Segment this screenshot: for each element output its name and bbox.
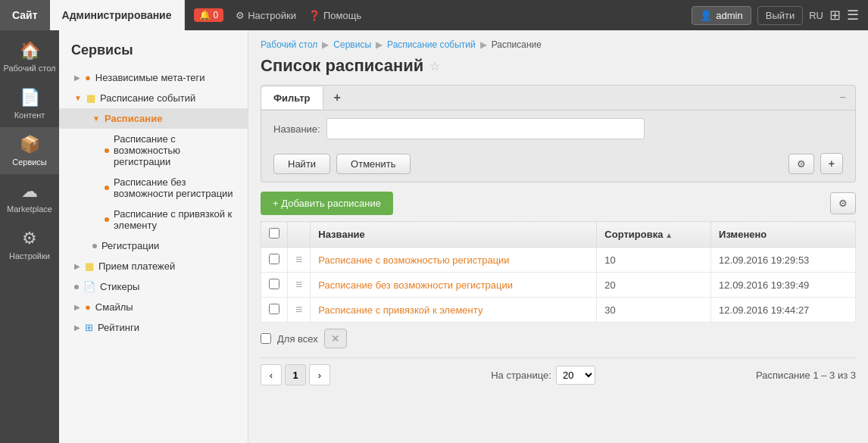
drag-handle-icon[interactable]: ≡: [295, 253, 302, 266]
filter-actions: Найти Отменить ⚙ +: [261, 147, 855, 182]
row-name-cell[interactable]: Расписание с возможностью регистрации: [311, 248, 597, 273]
filter-collapse-button[interactable]: −: [830, 86, 855, 110]
table-toolbar: + Добавить расписание ⚙: [261, 192, 856, 215]
breadcrumb-sep-1: ▶: [322, 39, 329, 50]
row-checkbox[interactable]: [269, 279, 279, 289]
nav-label-content: Контент: [14, 111, 45, 120]
sidebar-item-schedule[interactable]: ▼ Расписание: [59, 108, 248, 129]
sidebar-item-dashboard[interactable]: 🏠 Рабочий стол: [0, 33, 59, 80]
sidebar-item-marketplace[interactable]: ☁ Marketplace: [0, 174, 59, 221]
sidebar-item-schedule-elem[interactable]: Расписание с привязкой к элементу: [59, 204, 248, 236]
sidebar-item-event-schedule[interactable]: ▼ ▦ Расписание событий: [59, 88, 248, 108]
gear-icon: ⚙: [236, 10, 245, 21]
filter-find-button[interactable]: Найти: [273, 154, 330, 174]
table-bottom: Для всех ✕: [261, 323, 856, 354]
ratings-icon: ⊞: [85, 322, 93, 333]
row-name-cell[interactable]: Расписание без возможности регистрации: [311, 273, 597, 298]
schedule-noreg-label: Расписание без возможности регистрации: [114, 176, 236, 199]
language-selector[interactable]: RU: [809, 10, 823, 21]
drag-handle-icon[interactable]: ≡: [295, 278, 302, 291]
breadcrumb-services[interactable]: Сервисы: [333, 39, 371, 50]
meta-icon: ●: [85, 72, 91, 83]
smileys-label: Смайлы: [95, 301, 133, 313]
select-all-checkbox[interactable]: [269, 228, 279, 239]
pagination-next-button[interactable]: ›: [309, 364, 330, 385]
filter-tab[interactable]: Фильтр: [261, 87, 323, 109]
admin-tab[interactable]: Администрирование: [50, 0, 185, 30]
sidebar-item-payments[interactable]: ▶ ▦ Прием платежей: [59, 256, 248, 276]
schedule-elem-label: Расписание с привязкой к элементу: [114, 208, 236, 231]
filter-gear-button[interactable]: ⚙: [788, 154, 814, 174]
breadcrumb-current: Расписание: [492, 39, 542, 50]
table-gear-button[interactable]: ⚙: [830, 192, 856, 214]
sidebar-item-meta-tags[interactable]: ▶ ● Независимые мета-теги: [59, 67, 248, 88]
expand-arrow-meta: ▶: [74, 73, 80, 82]
event-schedule-icon: ▦: [86, 92, 95, 104]
meta-tags-label: Независимые мета-теги: [95, 72, 205, 83]
breadcrumb-event-schedule[interactable]: Расписание событий: [387, 39, 476, 50]
logout-button[interactable]: Выйти: [757, 6, 804, 25]
row-name-cell[interactable]: Расписание с привязкой к элементу: [311, 298, 597, 323]
breadcrumb-sep-2: ▶: [376, 39, 382, 50]
select-all-bottom-checkbox[interactable]: [261, 333, 271, 344]
for-all-label: Для всех: [277, 333, 318, 345]
pagination-info: На странице: 20 50 100: [491, 366, 595, 385]
nav-label-services: Сервисы: [12, 158, 47, 167]
dot-icon-noreg: [105, 186, 109, 190]
drag-handle-icon[interactable]: ≡: [295, 303, 302, 316]
grid-icon[interactable]: ⊞: [829, 7, 841, 23]
row-changed-cell: 12.09.2016 19:29:53: [711, 248, 856, 273]
row-sort-cell: 30: [597, 298, 711, 323]
add-schedule-button[interactable]: + Добавить расписание: [261, 192, 393, 215]
filter-tab-add-button[interactable]: +: [323, 86, 351, 110]
page-title-row: Список расписаний ☆: [261, 56, 856, 76]
sidebar-item-services[interactable]: 📦 Сервисы: [0, 127, 59, 174]
sidebar-item-schedule-noreg[interactable]: Расписание без возможности регистрации: [59, 172, 248, 204]
filter-plus-button[interactable]: +: [820, 153, 843, 174]
expand-arrow-ratings: ▶: [74, 323, 80, 332]
payments-icon: ▦: [85, 260, 94, 272]
sidebar-item-ratings[interactable]: ▶ ⊞ Рейтинги: [59, 317, 248, 338]
settings-link[interactable]: ⚙ Настройки: [236, 10, 296, 21]
filter-name-label: Название:: [273, 123, 320, 135]
pagination-page-1-button[interactable]: 1: [285, 364, 306, 385]
favorite-star-icon[interactable]: ☆: [429, 59, 440, 73]
sidebar-item-content[interactable]: 📄 Контент: [0, 80, 59, 127]
row-checkbox[interactable]: [269, 254, 279, 264]
stickers-icon: 📄: [83, 281, 95, 292]
table-row: ≡ Расписание без возможности регистрации…: [261, 273, 856, 298]
filter-cancel-button[interactable]: Отменить: [336, 154, 410, 174]
sidebar-item-smileys[interactable]: ▶ ● Смайлы: [59, 297, 248, 317]
row-changed-cell: 12.09.2016 19:44:27: [711, 298, 856, 323]
breadcrumb-dashboard[interactable]: Рабочий стол: [261, 39, 317, 50]
per-page-select[interactable]: 20 50 100: [556, 366, 595, 385]
expand-arrow-schedule: ▼: [74, 94, 82, 102]
delete-selected-button[interactable]: ✕: [324, 329, 347, 348]
expand-arrow-payments: ▶: [74, 262, 80, 270]
col-header-name[interactable]: Название: [311, 222, 597, 248]
col-header-changed[interactable]: Изменено: [711, 222, 856, 248]
admin-user-button[interactable]: 👤 admin: [692, 6, 751, 25]
col-header-drag: [288, 222, 311, 248]
help-link[interactable]: ❓ Помощь: [308, 10, 361, 21]
menu-icon[interactable]: ☰: [847, 7, 859, 23]
row-checkbox-cell: [261, 273, 288, 298]
row-checkbox[interactable]: [269, 304, 279, 314]
site-tab[interactable]: Сайт: [0, 0, 50, 30]
filter-body: Название:: [261, 111, 855, 147]
pagination-prev-button[interactable]: ‹: [261, 364, 282, 385]
sidebar-item-settings[interactable]: ⚙ Настройки: [0, 221, 59, 268]
sidebar-item-stickers[interactable]: 📄 Стикеры: [59, 276, 248, 297]
per-page-label: На странице:: [491, 370, 551, 381]
row-checkbox-cell: [261, 248, 288, 273]
marketplace-icon: ☁: [21, 182, 38, 201]
services-sidebar: Сервисы ▶ ● Независимые мета-теги ▼ ▦ Ра…: [59, 30, 248, 443]
notifications-badge[interactable]: 🔔 0: [194, 8, 224, 22]
col-header-sort[interactable]: Сортировка: [597, 222, 711, 248]
pagination-row: ‹ 1 › На странице: 20 50 100 Расписание …: [261, 357, 856, 392]
filter-name-input[interactable]: [326, 118, 645, 139]
sidebar-item-registrations[interactable]: Регистрации: [59, 236, 248, 256]
sidebar-item-schedule-reg[interactable]: Расписание с возможностью регистрации: [59, 129, 248, 172]
nav-label-settings: Настройки: [9, 251, 50, 260]
page-title: Список расписаний: [261, 56, 423, 76]
